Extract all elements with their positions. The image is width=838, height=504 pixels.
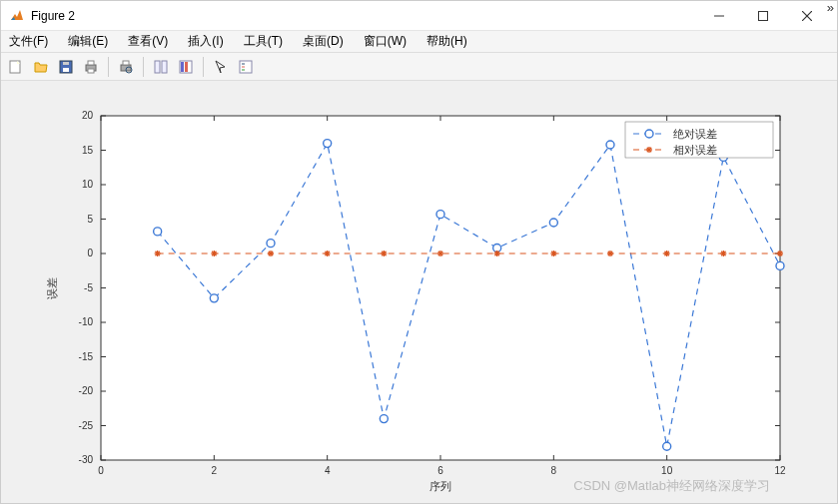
toolbar	[1, 53, 837, 81]
data-marker	[211, 251, 217, 256]
legend-entry: 相对误差	[673, 144, 717, 156]
menu-file[interactable]: 文件(F)	[5, 31, 52, 52]
x-tick-label: 6	[437, 465, 443, 476]
toolbar-separator	[143, 57, 144, 77]
svg-rect-7	[63, 62, 69, 65]
y-tick-label: 0	[87, 248, 93, 258]
data-marker	[155, 251, 161, 256]
data-marker	[267, 240, 275, 248]
close-button[interactable]	[785, 2, 829, 30]
data-marker	[720, 251, 726, 256]
y-tick-label: 5	[87, 214, 93, 225]
menu-desktop[interactable]: 桌面(D)	[299, 31, 348, 52]
svg-rect-18	[185, 62, 188, 72]
data-marker	[325, 251, 331, 256]
y-tick-label: -30	[79, 454, 94, 465]
figure-window: Figure 2 » 文件(F) 编辑(E) 查看(V) 插入(I) 工具(T)…	[0, 0, 838, 504]
y-tick-label: -10	[79, 316, 94, 327]
data-marker	[380, 415, 388, 423]
y-tick-label: 10	[82, 179, 94, 190]
menu-view[interactable]: 查看(V)	[124, 31, 172, 52]
data-marker	[436, 211, 444, 219]
link-plot-button[interactable]	[150, 56, 172, 78]
x-tick-label: 0	[98, 465, 104, 476]
data-marker	[268, 251, 274, 256]
data-marker	[664, 251, 670, 256]
open-button[interactable]	[30, 56, 52, 78]
window-title: Figure 2	[31, 9, 697, 23]
data-marker	[324, 140, 332, 148]
y-tick-label: 20	[82, 110, 94, 121]
maximize-button[interactable]	[741, 2, 785, 30]
print-preview-button[interactable]	[115, 56, 137, 78]
svg-rect-1	[759, 11, 768, 20]
data-marker	[776, 261, 784, 269]
menu-window[interactable]: 窗口(W)	[360, 31, 411, 52]
data-marker	[437, 251, 443, 256]
axes-box	[101, 116, 780, 460]
legend-entry: 绝对误差	[673, 128, 717, 140]
y-axis-label: 误差	[46, 277, 58, 299]
titlebar: Figure 2	[1, 1, 837, 31]
x-tick-label: 12	[774, 465, 786, 476]
y-tick-label: -5	[84, 282, 93, 293]
print-button[interactable]	[80, 56, 102, 78]
watermark-text: CSDN @Matlab神经网络深度学习	[573, 478, 770, 493]
data-marker	[607, 251, 613, 256]
x-tick-label: 2	[212, 465, 218, 476]
x-tick-label: 4	[325, 465, 331, 476]
svg-rect-14	[155, 61, 160, 73]
data-marker	[154, 228, 162, 236]
minimize-button[interactable]	[697, 2, 741, 30]
svg-rect-6	[63, 68, 69, 72]
svg-rect-19	[240, 61, 252, 73]
svg-rect-17	[181, 62, 184, 72]
plot-area: 024681012-30-25-20-15-10-505101520序列误差绝对…	[1, 81, 837, 503]
x-tick-label: 10	[661, 465, 673, 476]
data-marker	[606, 141, 614, 149]
data-marker	[381, 251, 387, 256]
data-marker	[494, 251, 500, 256]
data-marker	[549, 219, 557, 227]
y-tick-label: -25	[79, 420, 94, 431]
data-marker	[777, 251, 783, 256]
data-marker	[210, 294, 218, 302]
svg-rect-9	[88, 61, 94, 65]
menu-tools[interactable]: 工具(T)	[240, 31, 287, 52]
svg-rect-10	[88, 69, 94, 73]
chart: 024681012-30-25-20-15-10-505101520序列误差绝对…	[1, 81, 838, 503]
toolbar-separator	[108, 57, 109, 77]
toolbar-separator	[203, 57, 204, 77]
new-figure-button[interactable]	[5, 56, 27, 78]
save-button[interactable]	[55, 56, 77, 78]
edit-plot-button[interactable]	[210, 56, 232, 78]
svg-rect-15	[162, 61, 167, 73]
matlab-logo-icon	[9, 8, 25, 24]
svg-point-108	[645, 130, 653, 138]
menubar-overflow-icon[interactable]: »	[827, 0, 834, 15]
y-tick-label: -15	[79, 351, 94, 362]
data-marker	[663, 442, 671, 450]
menu-edit[interactable]: 编辑(E)	[64, 31, 112, 52]
y-tick-label: -20	[79, 385, 94, 396]
insert-colorbar-button[interactable]	[175, 56, 197, 78]
svg-rect-12	[123, 61, 129, 65]
menu-insert[interactable]: 插入(I)	[184, 31, 227, 52]
data-marker	[550, 251, 556, 256]
y-tick-label: 15	[82, 145, 94, 156]
x-tick-label: 8	[551, 465, 557, 476]
menu-help[interactable]: 帮助(H)	[422, 31, 471, 52]
menubar: » 文件(F) 编辑(E) 查看(V) 插入(I) 工具(T) 桌面(D) 窗口…	[1, 31, 837, 53]
insert-legend-button[interactable]	[235, 56, 257, 78]
x-axis-label: 序列	[429, 480, 451, 492]
